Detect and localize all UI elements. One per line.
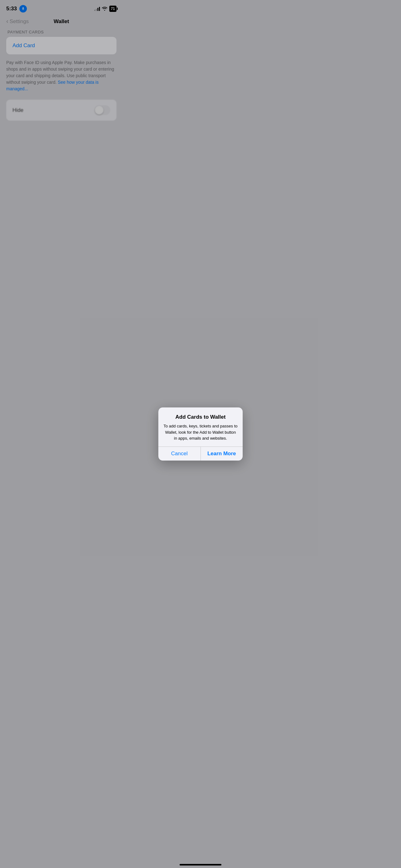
modal-overlay: Add Cards to Wallet To add cards, keys, … bbox=[0, 0, 123, 266]
